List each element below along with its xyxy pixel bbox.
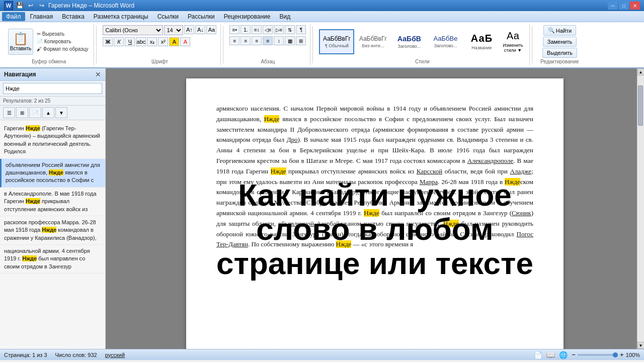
menu-item-file[interactable]: Файл <box>2 12 25 21</box>
menu-item-insert[interactable]: Вставка <box>58 12 89 21</box>
align-center-btn[interactable]: ≡ <box>240 36 251 45</box>
menu-item-review[interactable]: Рецензирование <box>220 12 275 21</box>
select-button[interactable]: Выделить <box>542 48 577 58</box>
nav-item-3[interactable]: раскопок профессора Марра. 26-28 мая 191… <box>0 216 105 245</box>
menu-bar: Файл Главная Вставка Разметка страницы С… <box>0 11 644 22</box>
nav-next-btn[interactable]: ▼ <box>55 107 67 118</box>
highlight-nzhde-5: Нжде <box>443 220 459 227</box>
qa-save-btn[interactable]: 💾 <box>15 1 24 10</box>
style-heading1-btn[interactable]: АаБбВ Заголово... <box>391 29 427 54</box>
style-heading2-btn[interactable]: АаБбВе Заголово... <box>428 29 463 54</box>
overlay-line-3: странице или тексте <box>186 246 564 281</box>
nav-item-3-highlight: Нжде <box>42 227 56 233</box>
justify-btn[interactable]: ≡ <box>263 36 273 45</box>
maximize-button[interactable]: □ <box>619 2 629 10</box>
zoom-out-btn[interactable]: − <box>572 351 576 358</box>
ribbon-content: 📋 Вставить ✂ Вырезать 📄 Копировать 🖌 Фор… <box>0 22 644 67</box>
para-row-1: ≡• 1. ≡↕ ◁≡ ▷≡ ⇅ ¶ <box>229 25 306 34</box>
copy-button[interactable]: 📄 Копировать <box>35 38 90 45</box>
status-view-reading-btn[interactable]: 📖 <box>546 351 555 359</box>
style-normal-btn[interactable]: АаБбВвГг ¶ Обычный <box>319 29 354 54</box>
zoom-slider[interactable] <box>578 354 618 356</box>
borders-btn[interactable]: ⊞ <box>296 36 306 45</box>
superscript-btn[interactable]: х² <box>158 37 168 46</box>
style-no-interval-btn[interactable]: АаБбВвГг Без инте... <box>355 29 390 54</box>
find-button[interactable]: 🔍 Найти <box>543 25 576 36</box>
bullets-btn[interactable]: ≡• <box>229 25 239 34</box>
nav-item-2[interactable]: в Александрополе. В мае 1918 года Гареги… <box>0 188 105 216</box>
paste-button[interactable]: 📋 Вставить <box>8 29 33 55</box>
change-styles-button[interactable]: Аа Изменить стили ▼ <box>500 29 525 54</box>
align-right-btn[interactable]: ≡ <box>252 36 262 45</box>
style-heading2-preview: АаБбВе <box>433 35 457 42</box>
quick-access-toolbar: 💾 ↩ ↪ <box>15 1 46 10</box>
style-title-btn[interactable]: АаБ Название <box>464 29 499 54</box>
font-label: Шрифт <box>151 58 168 64</box>
nav-results: Результатов: 2 из 25 <box>0 97 105 106</box>
replace-button[interactable]: Заменить <box>543 37 577 47</box>
navigation-panel: Навигация ✕ Результатов: 2 из 25 ☰ ⊞ 📄 ▲… <box>0 68 106 349</box>
nav-search-input[interactable] <box>3 83 102 94</box>
menu-item-mail[interactable]: Рассылки <box>184 12 219 21</box>
status-bar: Страница: 1 из 3 Число слов: 932 русский… <box>0 349 644 360</box>
increase-font-btn[interactable]: A↑ <box>184 25 194 34</box>
bold-button[interactable]: Ж <box>103 37 113 46</box>
subscript-btn[interactable]: х₂ <box>147 37 157 46</box>
show-marks-btn[interactable]: ¶ <box>296 25 306 34</box>
document-page: Как найти нужное слово в любом странице … <box>186 78 564 349</box>
menu-item-layout[interactable]: Разметка страницы <box>90 12 152 21</box>
nav-view-list-btn[interactable]: ☰ <box>3 107 15 118</box>
nav-view-buttons: ☰ ⊞ 📄 ▲ ▼ <box>0 106 105 120</box>
zoom-in-btn[interactable]: + <box>620 351 624 358</box>
increase-indent-btn[interactable]: ▷≡ <box>274 25 284 34</box>
italic-button[interactable]: К <box>114 37 124 46</box>
format-painter-button[interactable]: 🖌 Формат по образцу <box>35 46 90 52</box>
menu-item-view[interactable]: Вид <box>275 12 294 21</box>
underline-button[interactable]: Ч <box>125 37 135 46</box>
strikethrough-btn[interactable]: аbc <box>136 37 146 46</box>
menu-item-home[interactable]: Главная <box>26 12 57 21</box>
font-row-1: Calibri (Осно 14 A↑ A↓ Аа <box>103 25 216 35</box>
highlight-nzhde-6: Нжде <box>336 240 352 248</box>
status-lang[interactable]: русский <box>105 352 125 358</box>
minimize-button[interactable]: ─ <box>608 2 618 10</box>
font-name-select[interactable]: Calibri (Осно <box>103 25 163 35</box>
align-left-btn[interactable]: ≡ <box>229 36 239 45</box>
close-button[interactable]: ✕ <box>630 2 640 10</box>
ribbon-group-paragraph: ≡• 1. ≡↕ ◁≡ ▷≡ ⇅ ¶ ≡ ≡ ≡ ≡ ↕ ▦ ⊞ <box>225 24 310 65</box>
decrease-indent-btn[interactable]: ◁≡ <box>263 25 273 34</box>
scrollbar-thumb[interactable] <box>638 85 643 126</box>
line-spacing-btn[interactable]: ↕ <box>274 36 284 45</box>
scrollbar-vertical[interactable]: ▲ ▼ <box>637 68 644 349</box>
text-highlight-btn[interactable]: А <box>169 37 179 46</box>
nav-view-grid-btn[interactable]: ⊞ <box>16 107 28 118</box>
scrollbar-track[interactable] <box>637 75 644 342</box>
clipboard-small-buttons: ✂ Вырезать 📄 Копировать 🖌 Формат по обра… <box>35 31 90 52</box>
qa-undo-btn[interactable]: ↩ <box>26 1 35 10</box>
nav-item-0[interactable]: Гарегин Нжде (Гарегин Тер-Арутюнян) – вы… <box>0 122 105 159</box>
numbering-btn[interactable]: 1. <box>240 25 251 34</box>
status-view-web-btn[interactable]: 🌐 <box>559 351 568 359</box>
nav-item-4[interactable]: национальной армии. 4 сентября 1919 г. Н… <box>0 245 105 274</box>
style-heading1-label: Заголово... <box>398 44 421 49</box>
scroll-down-btn[interactable]: ▼ <box>637 342 645 349</box>
multi-level-btn[interactable]: ≡↕ <box>252 25 262 34</box>
scroll-up-btn[interactable]: ▲ <box>637 68 645 75</box>
decrease-font-btn[interactable]: A↓ <box>195 25 205 34</box>
shading-btn[interactable]: ▦ <box>285 36 295 45</box>
para-content: ≡• 1. ≡↕ ◁≡ ▷≡ ⇅ ¶ ≡ ≡ ≡ ≡ ↕ ▦ ⊞ <box>229 25 306 58</box>
document-area[interactable]: Как найти нужное слово в любом странице … <box>106 68 644 349</box>
ribbon-group-font: Calibri (Осно 14 A↑ A↓ Аа Ж К Ч аbc х₂ х… <box>99 24 221 65</box>
nav-view-page-btn[interactable]: 📄 <box>29 107 41 118</box>
status-view-print-btn[interactable]: 📄 <box>534 351 542 359</box>
font-size-select[interactable]: 14 <box>164 25 183 35</box>
qa-redo-btn[interactable]: ↪ <box>37 1 46 10</box>
menu-item-refs[interactable]: Ссылки <box>153 12 183 21</box>
sort-btn[interactable]: ⇅ <box>285 25 295 34</box>
font-color-btn[interactable]: А <box>180 37 190 46</box>
clear-format-btn[interactable]: Аа <box>206 25 216 34</box>
nav-close-button[interactable]: ✕ <box>95 70 101 78</box>
nav-item-1[interactable]: объявлением Россией амнистии для дашнакц… <box>0 159 105 188</box>
cut-button[interactable]: ✂ Вырезать <box>35 31 90 37</box>
nav-prev-btn[interactable]: ▲ <box>42 107 54 118</box>
